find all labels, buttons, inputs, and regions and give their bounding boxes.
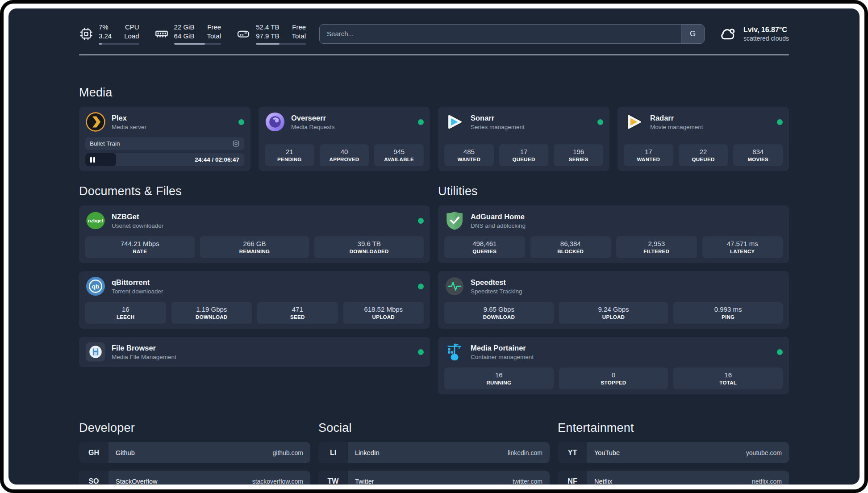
bookmark-link-linkedin[interactable]: LILinkedInlinkedin.com (318, 442, 550, 463)
plex-icon (85, 112, 106, 132)
service-description: Speedtest Tracking (471, 288, 522, 295)
service-meta: OverseerrMedia Requests (291, 114, 335, 130)
system-stat-cpu: 7%3.24CPULoad (79, 23, 139, 45)
bookmark-group-entertainment: EntertainmentYTYouTubeyoutube.comNFNetfl… (558, 421, 789, 485)
service-stats-row: 498,461QUERIES86,384BLOCKED2,953FILTERED… (444, 236, 783, 258)
stat-value: 39.6 TB (316, 240, 422, 247)
system-stat-disk-progress (256, 43, 306, 45)
status-dot-online (418, 218, 424, 224)
stat-label: MOVIES (735, 157, 781, 162)
stat-block-latency: 47.571 msLATENCY (702, 236, 783, 258)
qbittorrent-icon: qb (85, 276, 106, 297)
bookmark-name: LinkedIn (355, 449, 380, 456)
bookmark-abbr: TW (318, 471, 348, 485)
svg-text:nzbget: nzbget (88, 218, 103, 223)
bookmark-abbr: LI (318, 442, 348, 463)
bookmark-name: Twitter (355, 478, 374, 485)
svg-text:qb: qb (92, 283, 99, 290)
stat-block-filtered: 2,953FILTERED (616, 236, 697, 258)
service-stats-row: 16RUNNING0STOPPED16TOTAL (444, 368, 783, 389)
header-divider (79, 54, 789, 55)
stat-value: 618.52 Mbps (345, 305, 422, 313)
radarr-icon (624, 112, 644, 132)
service-name: AdGuard Home (471, 213, 526, 221)
pause-icon[interactable] (90, 157, 95, 163)
bookmark-link-stackoverflow[interactable]: SOStackOverflowstackoverflow.com (79, 471, 310, 485)
service-card-plex[interactable]: PlexMedia serverBullet Train24:44 / 02:0… (79, 107, 250, 171)
stat-value: 9.65 Gbps (446, 305, 552, 313)
stat-label: SEED (259, 314, 336, 320)
stat-value: 21 (267, 148, 313, 155)
bookmark-name: StackOverflow (116, 478, 157, 485)
service-card-radarr[interactable]: RadarrMovie management17WANTED22QUEUED83… (618, 107, 789, 171)
status-dot-online (418, 349, 424, 355)
now-playing-title: Bullet Train (90, 140, 120, 147)
stat-block-series: 196SERIES (554, 144, 603, 166)
service-card-media-portainer[interactable]: Media PortainerContainer management16RUN… (438, 337, 789, 394)
service-meta: qBittorrentTorrent downloader (112, 278, 163, 295)
stat-value: 0.993 ms (675, 305, 781, 313)
bookmark-link-youtube[interactable]: YTYouTubeyoutube.com (558, 442, 789, 463)
service-description: DNS and adblocking (471, 222, 526, 229)
service-card-sonarr[interactable]: SonarrSeries management485WANTED17QUEUED… (438, 107, 609, 171)
stat-value-line: 64 GiB (174, 32, 195, 41)
bookmark-body: YouTubeyoutube.com (587, 442, 789, 463)
stat-value: 16 (87, 305, 164, 313)
bookmark-group-developer: DeveloperGHGithubgithub.comSOStackOverfl… (79, 421, 310, 485)
stat-label-line: Total (292, 32, 306, 41)
speedtest-icon (444, 276, 465, 297)
service-meta: SonarrSeries management (471, 114, 525, 130)
service-stats-row: 21PENDING40APPROVED945AVAILABLE (265, 144, 424, 166)
stat-block-blocked: 86,384BLOCKED (530, 236, 611, 258)
progress-fill (174, 43, 205, 45)
bookmark-link-twitter[interactable]: TWTwittertwitter.com (318, 471, 550, 485)
service-card-qbittorrent[interactable]: qbqBittorrentTorrent downloader16LEECH1.… (79, 271, 430, 329)
service-description: Container management (471, 354, 534, 360)
service-card-nzbget[interactable]: nzbgetNZBGetUsenet downloader744.21 Mbps… (79, 205, 430, 263)
stat-label: BLOCKED (532, 249, 609, 254)
stat-block-rate: 744.21 MbpsRATE (85, 236, 195, 258)
stat-value: 86,384 (532, 240, 609, 247)
adguard-icon (444, 210, 465, 231)
search-provider-button[interactable]: G (681, 25, 704, 43)
filebrowser-icon (85, 342, 106, 362)
stat-label: FILTERED (618, 249, 695, 254)
service-meta: Media PortainerContainer management (471, 344, 534, 360)
service-meta: RadarrMovie management (650, 114, 703, 130)
stat-values: 7%3.24 (99, 23, 112, 40)
system-stat-disk-readout: 52.4 TB97.9 TBFreeTotal (256, 23, 306, 45)
now-playing-widget: Bullet Train24:44 / 02:06:47 (85, 137, 244, 166)
service-card-file-browser[interactable]: File BrowserMedia File Management (79, 337, 430, 367)
status-dot-online (777, 349, 783, 355)
stat-block-ping: 0.993 msPING (673, 302, 783, 324)
stat-label-line: Load (124, 32, 139, 41)
section-title-utilities: Utilities (438, 184, 789, 198)
bookmark-list: YTYouTubeyoutube.comNFNetflixnetflix.com… (558, 442, 789, 485)
service-card-overseerr[interactable]: OverseerrMedia Requests21PENDING40APPROV… (259, 107, 430, 171)
bookmark-link-netflix[interactable]: NFNetflixnetflix.com (558, 471, 789, 485)
stat-label: RATE (87, 249, 193, 254)
stat-block-queued: 22QUEUED (679, 144, 728, 166)
playback-progress-bar: 24:44 / 02:06:47 (85, 153, 244, 166)
system-stat-cpu-progress (99, 43, 139, 45)
stat-label: SERIES (555, 157, 601, 162)
bookmark-url: twitter.com (513, 478, 542, 485)
app-window-frame: 7%3.24CPULoad22 GiB64 GiBFreeTotal52.4 T… (0, 0, 868, 493)
stat-block-remaining: 266 GBREMAINING (200, 236, 309, 258)
bookmark-list: GHGithubgithub.comSOStackOverflowstackov… (79, 442, 310, 485)
search-input[interactable] (320, 25, 681, 43)
stat-block-upload: 618.52 MbpsUPLOAD (343, 302, 424, 324)
stat-value: 22 (680, 148, 726, 155)
bookmarks-section: DeveloperGHGithubgithub.comSOStackOverfl… (79, 421, 789, 485)
service-stats-row: 16LEECH1.19 GbpsDOWNLOAD471SEED618.52 Mb… (85, 302, 424, 324)
bookmark-link-github[interactable]: GHGithubgithub.com (79, 442, 310, 463)
service-card-speedtest[interactable]: SpeedtestSpeedtest Tracking9.65 GbpsDOWN… (438, 271, 789, 329)
overseerr-icon (265, 112, 285, 132)
disc-icon (232, 140, 240, 147)
service-card-adguard-home[interactable]: AdGuard HomeDNS and adblocking498,461QUE… (438, 205, 789, 263)
documents-column: Documents & Files nzbgetNZBGetUsenet dow… (79, 184, 430, 394)
stat-label: LEECH (87, 314, 164, 320)
stat-block-downloaded: 39.6 TBDOWNLOADED (314, 236, 424, 258)
utilities-services: AdGuard HomeDNS and adblocking498,461QUE… (438, 205, 789, 394)
system-stat-memory-progress (174, 43, 221, 45)
